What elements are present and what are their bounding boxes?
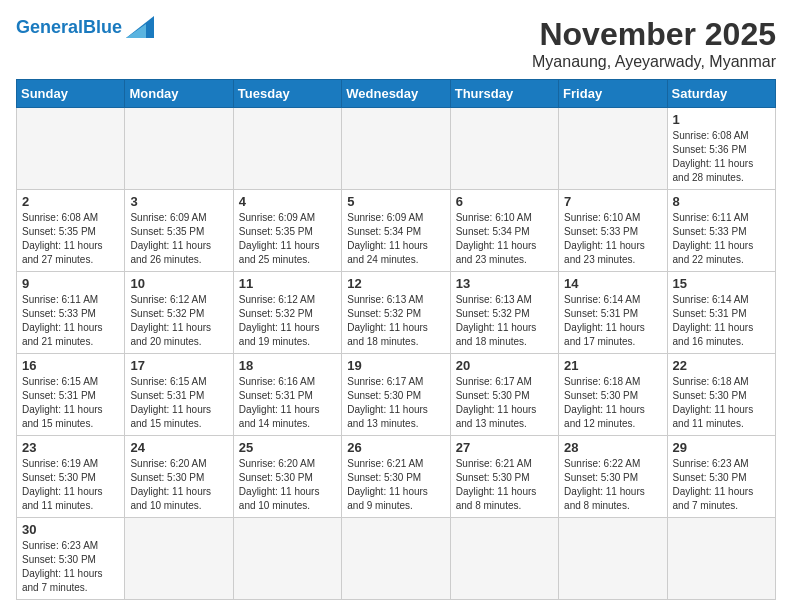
day-number: 14 [564,276,661,291]
calendar-cell [559,518,667,600]
calendar-cell: 25Sunrise: 6:20 AMSunset: 5:30 PMDayligh… [233,436,341,518]
day-number: 11 [239,276,336,291]
weekday-header-tuesday: Tuesday [233,80,341,108]
cell-info: Sunrise: 6:15 AMSunset: 5:31 PMDaylight:… [130,375,227,431]
cell-info: Sunrise: 6:09 AMSunset: 5:35 PMDaylight:… [130,211,227,267]
day-number: 13 [456,276,553,291]
weekday-header-saturday: Saturday [667,80,775,108]
cell-info: Sunrise: 6:14 AMSunset: 5:31 PMDaylight:… [673,293,770,349]
month-title: November 2025 [532,16,776,53]
location-title: Myanaung, Ayeyarwady, Myanmar [532,53,776,71]
day-number: 18 [239,358,336,373]
calendar-cell: 26Sunrise: 6:21 AMSunset: 5:30 PMDayligh… [342,436,450,518]
cell-info: Sunrise: 6:10 AMSunset: 5:33 PMDaylight:… [564,211,661,267]
day-number: 1 [673,112,770,127]
cell-info: Sunrise: 6:19 AMSunset: 5:30 PMDaylight:… [22,457,119,513]
day-number: 2 [22,194,119,209]
page-header: GeneralBlue November 2025 Myanaung, Ayey… [16,16,776,71]
calendar-cell [125,108,233,190]
cell-info: Sunrise: 6:21 AMSunset: 5:30 PMDaylight:… [456,457,553,513]
weekday-header-thursday: Thursday [450,80,558,108]
cell-info: Sunrise: 6:14 AMSunset: 5:31 PMDaylight:… [564,293,661,349]
day-number: 28 [564,440,661,455]
cell-info: Sunrise: 6:13 AMSunset: 5:32 PMDaylight:… [347,293,444,349]
logo-text: GeneralBlue [16,17,122,38]
cell-info: Sunrise: 6:11 AMSunset: 5:33 PMDaylight:… [673,211,770,267]
calendar-cell [233,518,341,600]
calendar-cell: 22Sunrise: 6:18 AMSunset: 5:30 PMDayligh… [667,354,775,436]
calendar-cell [125,518,233,600]
day-number: 12 [347,276,444,291]
calendar-cell: 14Sunrise: 6:14 AMSunset: 5:31 PMDayligh… [559,272,667,354]
calendar-cell: 4Sunrise: 6:09 AMSunset: 5:35 PMDaylight… [233,190,341,272]
calendar-week-4: 16Sunrise: 6:15 AMSunset: 5:31 PMDayligh… [17,354,776,436]
calendar-cell [342,108,450,190]
calendar-week-1: 1Sunrise: 6:08 AMSunset: 5:36 PMDaylight… [17,108,776,190]
cell-info: Sunrise: 6:17 AMSunset: 5:30 PMDaylight:… [347,375,444,431]
cell-info: Sunrise: 6:17 AMSunset: 5:30 PMDaylight:… [456,375,553,431]
svg-marker-1 [126,24,146,38]
calendar-cell: 11Sunrise: 6:12 AMSunset: 5:32 PMDayligh… [233,272,341,354]
cell-info: Sunrise: 6:16 AMSunset: 5:31 PMDaylight:… [239,375,336,431]
calendar-cell [233,108,341,190]
calendar-cell: 6Sunrise: 6:10 AMSunset: 5:34 PMDaylight… [450,190,558,272]
calendar-cell [559,108,667,190]
calendar-cell: 16Sunrise: 6:15 AMSunset: 5:31 PMDayligh… [17,354,125,436]
day-number: 24 [130,440,227,455]
calendar-cell: 1Sunrise: 6:08 AMSunset: 5:36 PMDaylight… [667,108,775,190]
calendar-cell [342,518,450,600]
calendar-cell: 15Sunrise: 6:14 AMSunset: 5:31 PMDayligh… [667,272,775,354]
cell-info: Sunrise: 6:20 AMSunset: 5:30 PMDaylight:… [239,457,336,513]
day-number: 30 [22,522,119,537]
cell-info: Sunrise: 6:12 AMSunset: 5:32 PMDaylight:… [130,293,227,349]
calendar-table: SundayMondayTuesdayWednesdayThursdayFrid… [16,79,776,600]
weekday-header-row: SundayMondayTuesdayWednesdayThursdayFrid… [17,80,776,108]
logo: GeneralBlue [16,16,154,38]
calendar-cell: 3Sunrise: 6:09 AMSunset: 5:35 PMDaylight… [125,190,233,272]
calendar-cell [450,108,558,190]
calendar-cell [450,518,558,600]
day-number: 9 [22,276,119,291]
cell-info: Sunrise: 6:23 AMSunset: 5:30 PMDaylight:… [22,539,119,595]
calendar-cell: 29Sunrise: 6:23 AMSunset: 5:30 PMDayligh… [667,436,775,518]
day-number: 27 [456,440,553,455]
title-block: November 2025 Myanaung, Ayeyarwady, Myan… [532,16,776,71]
cell-info: Sunrise: 6:18 AMSunset: 5:30 PMDaylight:… [564,375,661,431]
cell-info: Sunrise: 6:23 AMSunset: 5:30 PMDaylight:… [673,457,770,513]
calendar-cell: 18Sunrise: 6:16 AMSunset: 5:31 PMDayligh… [233,354,341,436]
calendar-cell: 24Sunrise: 6:20 AMSunset: 5:30 PMDayligh… [125,436,233,518]
calendar-cell: 17Sunrise: 6:15 AMSunset: 5:31 PMDayligh… [125,354,233,436]
cell-info: Sunrise: 6:11 AMSunset: 5:33 PMDaylight:… [22,293,119,349]
cell-info: Sunrise: 6:08 AMSunset: 5:35 PMDaylight:… [22,211,119,267]
day-number: 6 [456,194,553,209]
calendar-cell: 19Sunrise: 6:17 AMSunset: 5:30 PMDayligh… [342,354,450,436]
calendar-cell: 27Sunrise: 6:21 AMSunset: 5:30 PMDayligh… [450,436,558,518]
weekday-header-friday: Friday [559,80,667,108]
cell-info: Sunrise: 6:20 AMSunset: 5:30 PMDaylight:… [130,457,227,513]
calendar-cell: 23Sunrise: 6:19 AMSunset: 5:30 PMDayligh… [17,436,125,518]
calendar-cell: 20Sunrise: 6:17 AMSunset: 5:30 PMDayligh… [450,354,558,436]
day-number: 29 [673,440,770,455]
day-number: 4 [239,194,336,209]
cell-info: Sunrise: 6:15 AMSunset: 5:31 PMDaylight:… [22,375,119,431]
day-number: 25 [239,440,336,455]
calendar-week-5: 23Sunrise: 6:19 AMSunset: 5:30 PMDayligh… [17,436,776,518]
cell-info: Sunrise: 6:10 AMSunset: 5:34 PMDaylight:… [456,211,553,267]
cell-info: Sunrise: 6:09 AMSunset: 5:35 PMDaylight:… [239,211,336,267]
cell-info: Sunrise: 6:13 AMSunset: 5:32 PMDaylight:… [456,293,553,349]
logo-icon [126,16,154,38]
day-number: 20 [456,358,553,373]
cell-info: Sunrise: 6:22 AMSunset: 5:30 PMDaylight:… [564,457,661,513]
day-number: 23 [22,440,119,455]
calendar-cell: 10Sunrise: 6:12 AMSunset: 5:32 PMDayligh… [125,272,233,354]
day-number: 3 [130,194,227,209]
day-number: 26 [347,440,444,455]
calendar-cell: 9Sunrise: 6:11 AMSunset: 5:33 PMDaylight… [17,272,125,354]
day-number: 19 [347,358,444,373]
calendar-cell: 7Sunrise: 6:10 AMSunset: 5:33 PMDaylight… [559,190,667,272]
weekday-header-sunday: Sunday [17,80,125,108]
calendar-cell [17,108,125,190]
day-number: 17 [130,358,227,373]
calendar-cell: 28Sunrise: 6:22 AMSunset: 5:30 PMDayligh… [559,436,667,518]
calendar-week-2: 2Sunrise: 6:08 AMSunset: 5:35 PMDaylight… [17,190,776,272]
